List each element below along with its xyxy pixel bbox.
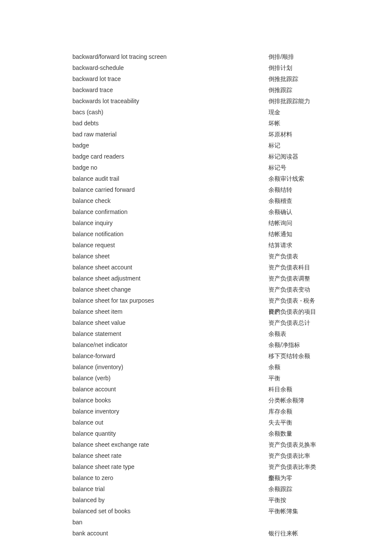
term-chinese: 坏帐 bbox=[268, 118, 320, 129]
term-english: backward trace bbox=[72, 84, 268, 95]
glossary-row: balance request结算请求 bbox=[72, 240, 320, 251]
term-english: balance sheet account bbox=[72, 262, 268, 273]
term-chinese: 余额确认 bbox=[268, 206, 320, 217]
term-chinese: 资产负债表 bbox=[268, 251, 320, 262]
term-english: backwards lot traceability bbox=[72, 95, 268, 107]
glossary-row: balance (inventory)余额 bbox=[72, 361, 320, 373]
glossary-row: badge no标记号 bbox=[72, 162, 320, 173]
glossary-row: balance statement余额表 bbox=[72, 328, 320, 339]
term-english: bank account bbox=[72, 528, 268, 539]
term-english: balance notification bbox=[72, 228, 268, 240]
term-chinese: 余额稽查 bbox=[268, 195, 320, 206]
term-chinese: 标记号 bbox=[268, 162, 320, 173]
glossary-row: bank account银行往来帐 bbox=[72, 528, 320, 539]
term-chinese: 余额表 bbox=[268, 328, 320, 339]
term-chinese: 现金 bbox=[268, 107, 320, 118]
glossary-row: balance sheet adjustment资产负债表调整 bbox=[72, 273, 320, 284]
term-english: balance statement bbox=[72, 328, 268, 339]
glossary-row: balance out失去平衡 bbox=[72, 417, 320, 428]
term-english: balance out bbox=[72, 417, 268, 428]
glossary-row: bad debts坏帐 bbox=[72, 118, 320, 129]
glossary-row: balance sheet change资产负债表变动 bbox=[72, 284, 320, 295]
glossary-row: balance (verb)平衡 bbox=[72, 373, 320, 384]
glossary-row: balance sheet for tax purposes资产负债表 - 税务… bbox=[72, 295, 320, 306]
term-english: balance (inventory) bbox=[72, 361, 268, 373]
term-english: balance account bbox=[72, 384, 268, 395]
term-english: bad raw material bbox=[72, 129, 268, 140]
term-english: balance sheet rate bbox=[72, 450, 268, 461]
glossary-row: balance carried forward余额结转 bbox=[72, 184, 320, 195]
term-chinese: 失去平衡 bbox=[268, 417, 320, 428]
glossary-list: backward/forward lot tracing screen倒排/顺排… bbox=[72, 51, 320, 539]
glossary-row: balance sheet exchange rate资产负债表兑换率 bbox=[72, 439, 320, 450]
glossary-row: backward-schedule倒排计划 bbox=[72, 62, 320, 73]
term-english: bacs (cash) bbox=[72, 107, 268, 118]
glossary-row: badge card readers标记阅读器 bbox=[72, 151, 320, 162]
term-chinese: 坏原材料 bbox=[268, 129, 320, 140]
term-chinese: 资产负债表的项目 bbox=[268, 306, 320, 317]
glossary-row: balance notification结帐通知 bbox=[72, 228, 320, 240]
term-english: balance sheet item bbox=[72, 306, 268, 317]
term-chinese: 平衡 bbox=[268, 373, 320, 384]
term-chinese: 银行往来帐 bbox=[268, 528, 320, 539]
term-chinese: 移下页结转余额 bbox=[268, 350, 320, 361]
glossary-row: balance to zero余额为零 bbox=[72, 472, 320, 483]
term-chinese: 资产负债表总计 bbox=[268, 317, 320, 328]
term-english: balance sheet adjustment bbox=[72, 273, 268, 284]
term-chinese: 资产负债表 - 税务目的 bbox=[268, 295, 320, 306]
glossary-row: ban bbox=[72, 517, 320, 528]
term-english: balance sheet rate type bbox=[72, 461, 268, 472]
term-chinese: 资产负债表兑换率 bbox=[268, 439, 320, 450]
term-english: balance quantity bbox=[72, 428, 268, 439]
glossary-row: balance books分类帐余额簿 bbox=[72, 395, 320, 406]
term-english: balance inventory bbox=[72, 406, 268, 417]
term-chinese: 平衡按 bbox=[268, 494, 320, 506]
term-chinese: 倒推批跟踪 bbox=[268, 73, 320, 84]
term-english: balance request bbox=[72, 240, 268, 251]
term-chinese: 余额 bbox=[268, 361, 320, 373]
term-english: balance sheet change bbox=[72, 284, 268, 295]
term-english: balanced set of books bbox=[72, 506, 268, 517]
term-chinese: 资产负债表科目 bbox=[268, 262, 320, 273]
term-english: balance sheet value bbox=[72, 317, 268, 328]
glossary-row: balance audit trail余额审计线索 bbox=[72, 173, 320, 184]
term-english: ban bbox=[72, 517, 268, 528]
term-english: balance (verb) bbox=[72, 373, 268, 384]
glossary-row: balance inventory库存余额 bbox=[72, 406, 320, 417]
glossary-row: backward lot trace倒推批跟踪 bbox=[72, 73, 320, 84]
term-chinese: 余额数量 bbox=[268, 428, 320, 439]
term-english: balance-forward bbox=[72, 350, 268, 361]
term-chinese: 余额/净指标 bbox=[268, 339, 320, 350]
glossary-row: bacs (cash)现金 bbox=[72, 107, 320, 118]
term-chinese: 资产负债表调整 bbox=[268, 273, 320, 284]
term-english: balance/net indicator bbox=[72, 339, 268, 350]
glossary-row: balance sheet rate type资产负债表比率类型 bbox=[72, 461, 320, 472]
term-english: backward-schedule bbox=[72, 62, 268, 73]
term-english: balanced by bbox=[72, 494, 268, 506]
term-english: badge card readers bbox=[72, 151, 268, 162]
glossary-row: balance account科目余额 bbox=[72, 384, 320, 395]
term-chinese: 倒推跟踪 bbox=[268, 84, 320, 95]
glossary-row: balance confirmation余额确认 bbox=[72, 206, 320, 217]
term-english: balance inquiry bbox=[72, 217, 268, 228]
term-english: balance sheet for tax purposes bbox=[72, 295, 268, 306]
term-chinese: 余额跟踪 bbox=[268, 483, 320, 494]
term-english: balance audit trail bbox=[72, 173, 268, 184]
term-english: badge bbox=[72, 140, 268, 151]
term-chinese: 倒排计划 bbox=[268, 62, 320, 73]
term-chinese: 结算请求 bbox=[268, 240, 320, 251]
term-chinese: 资产负债表比率 bbox=[268, 450, 320, 461]
glossary-row: balance-forward移下页结转余额 bbox=[72, 350, 320, 361]
term-chinese bbox=[268, 517, 320, 528]
term-chinese: 余额结转 bbox=[268, 184, 320, 195]
term-english: balance trial bbox=[72, 483, 268, 494]
term-chinese: 标记 bbox=[268, 140, 320, 151]
glossary-row: balance sheet account资产负债表科目 bbox=[72, 262, 320, 273]
term-chinese: 结帐通知 bbox=[268, 228, 320, 240]
glossary-row: backward/forward lot tracing screen倒排/顺排 bbox=[72, 51, 320, 62]
term-english: backward/forward lot tracing screen bbox=[72, 51, 268, 62]
term-chinese: 余额为零 bbox=[268, 472, 320, 483]
glossary-row: balance quantity余额数量 bbox=[72, 428, 320, 439]
term-english: bad debts bbox=[72, 118, 268, 129]
term-english: badge no bbox=[72, 162, 268, 173]
